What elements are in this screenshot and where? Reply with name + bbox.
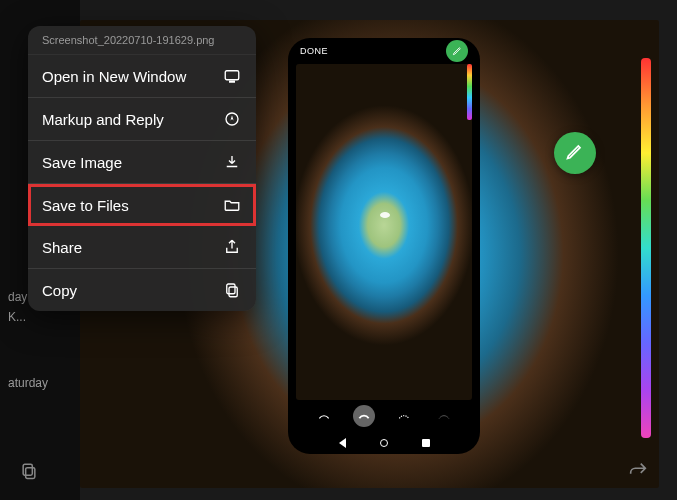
brush-tool-4[interactable] [433,405,455,427]
svg-rect-4 [227,284,235,294]
edit-fab-small[interactable] [446,40,468,62]
menu-item-share[interactable]: Share [28,226,256,269]
context-menu-title: Screenshot_20220710-191629.png [28,26,256,55]
copy-icon [222,280,242,300]
menu-item-save-to-files[interactable]: Save to Files [28,184,256,226]
pencil-icon [452,42,463,60]
markup-icon [222,109,242,129]
bottom-copy-button[interactable] [16,460,42,486]
phone-screenshot-image [296,64,472,400]
download-icon [222,152,242,172]
folder-icon [222,195,242,215]
menu-item-label: Markup and Reply [42,111,164,128]
phone-top-bar: DONE [288,38,480,64]
nav-home-button[interactable] [380,439,388,447]
menu-item-markup-reply[interactable]: Markup and Reply [28,98,256,141]
menu-item-open-new-window[interactable]: Open in New Window [28,55,256,98]
menu-item-copy[interactable]: Copy [28,269,256,311]
nav-back-button[interactable] [339,438,346,448]
bottom-undo-button[interactable] [625,460,651,486]
menu-item-label: Open in New Window [42,68,186,85]
menu-item-label: Save to Files [42,197,129,214]
menu-item-save-image[interactable]: Save Image [28,141,256,184]
phone-preview: DONE [288,38,480,454]
window-icon [222,66,242,86]
context-menu: Screenshot_20220710-191629.png Open in N… [28,26,256,311]
share-icon [222,237,242,257]
sidebar-hint: K... [8,310,80,324]
sidebar-hint: aturday [8,376,80,390]
svg-rect-5 [26,468,35,479]
brush-tool-3[interactable] [393,405,415,427]
phone-markup-tools [288,400,480,432]
menu-item-label: Share [42,239,82,256]
color-slider-small[interactable] [467,64,472,120]
copy-icon [19,461,39,485]
android-nav-bar [288,432,480,454]
svg-rect-6 [23,464,32,475]
menu-item-label: Copy [42,282,77,299]
color-slider-large[interactable] [641,58,651,438]
pencil-icon [565,141,585,165]
svg-rect-0 [225,71,239,80]
svg-rect-3 [229,287,237,297]
nav-recent-button[interactable] [422,439,430,447]
edit-fab-large[interactable] [554,132,596,174]
undo-icon [627,460,649,486]
brush-tool-2-active[interactable] [353,405,375,427]
image-highlight [380,212,390,218]
menu-item-label: Save Image [42,154,122,171]
done-button[interactable]: DONE [300,46,328,56]
brush-tool-1[interactable] [313,405,335,427]
svg-rect-1 [230,81,235,82]
